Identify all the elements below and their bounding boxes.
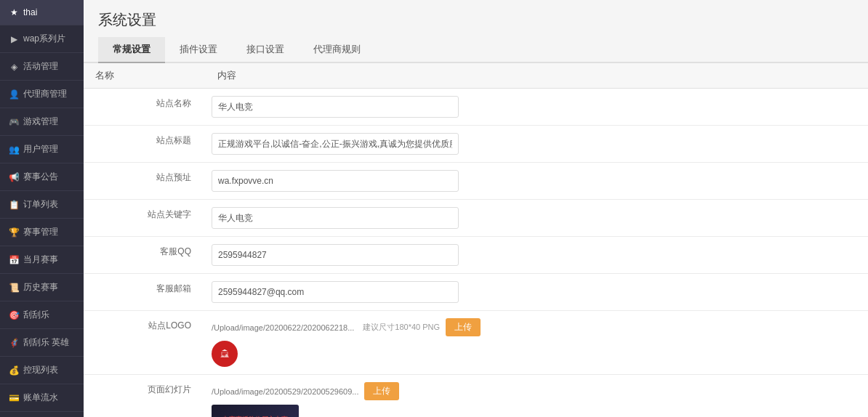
sidebar-item-news[interactable]: 📢赛事公告 bbox=[0, 163, 84, 191]
file-row-banner: /Upload/image/20200529/20200529609... 上传 bbox=[212, 382, 856, 400]
sidebar-label-billiards: 刮刮乐 bbox=[23, 309, 49, 321]
sidebar-item-activity-mgmt[interactable]: ◈活动管理 bbox=[0, 53, 84, 81]
settings-table: 名称 内容 站点名称 站点标题 站点预址 站点关键字 客服QQ 客服邮箱 bbox=[84, 63, 868, 417]
logo-svg bbox=[216, 345, 233, 363]
sidebar-icon-history-event: 📜 bbox=[9, 283, 19, 293]
sidebar-icon-game-mgmt: 🎮 bbox=[9, 117, 19, 127]
input-service-qq[interactable] bbox=[212, 244, 459, 266]
input-cell-site-url bbox=[206, 163, 868, 200]
input-cell-service-qq bbox=[206, 237, 868, 274]
sidebar-item-wap-movie[interactable]: ▶wap系列片 bbox=[0, 25, 84, 53]
input-cell-site-name bbox=[206, 89, 868, 126]
input-cell-service-email bbox=[206, 274, 868, 311]
sidebar-item-recharge[interactable]: 💵充值流水 bbox=[0, 412, 84, 417]
label-site-url: 站点预址 bbox=[84, 163, 206, 200]
main-content: 系统设置 常规设置插件设置接口设置代理商规则 名称 内容 站点名称 站点标题 站… bbox=[84, 0, 868, 417]
sidebar-item-prize-list[interactable]: 💰控现列表 bbox=[0, 357, 84, 384]
sidebar-label-wap-movie: wap系列片 bbox=[23, 33, 65, 45]
sidebar-icon-activity-mgmt: ◈ bbox=[9, 62, 19, 72]
logo-upload-btn[interactable]: 上传 bbox=[446, 318, 481, 336]
sidebar-label-event-month: 当月赛事 bbox=[23, 254, 58, 266]
sidebar-label-activity-mgmt: 活动管理 bbox=[23, 60, 58, 73]
input-site-url[interactable] bbox=[212, 170, 459, 192]
sidebar-item-event-mgmt[interactable]: 🏆赛事管理 bbox=[0, 219, 84, 246]
label-service-email: 客服邮箱 bbox=[84, 274, 206, 311]
sidebar-label-thai: thai bbox=[23, 7, 37, 17]
sidebar-icon-event-month: 📅 bbox=[9, 255, 19, 265]
sidebar-icon-prize-list: 💰 bbox=[9, 365, 19, 376]
label-service-qq: 客服QQ bbox=[84, 237, 206, 274]
input-cell-site-desc bbox=[206, 126, 868, 163]
sidebar-label-withdraw: 账单流水 bbox=[23, 392, 58, 404]
sidebar-icon-billiards: 🎯 bbox=[9, 310, 19, 320]
sidebar-item-game-mgmt[interactable]: 🎮游戏管理 bbox=[0, 108, 84, 136]
banner-upload-btn[interactable]: 上传 bbox=[364, 382, 399, 400]
page-title: 系统设置 bbox=[84, 0, 868, 37]
input-service-email[interactable] bbox=[212, 281, 459, 303]
row-site-logo: 站点LOGO /Upload/image/20200622/2020062218… bbox=[84, 311, 868, 375]
label-site-keywords: 站点关键字 bbox=[84, 200, 206, 237]
col-header-content: 内容 bbox=[206, 63, 868, 89]
tab-payment[interactable]: 插件设置 bbox=[165, 37, 232, 63]
sidebar-label-game-mgmt: 游戏管理 bbox=[23, 116, 58, 128]
tab-normal[interactable]: 常规设置 bbox=[98, 37, 165, 63]
label-banner: 页面幻灯片 bbox=[84, 375, 206, 418]
banner-preview-text: 电商直播购物买入电商 bbox=[221, 413, 289, 418]
banner-preview: 电商直播购物买入电商 bbox=[212, 405, 299, 417]
label-site-name: 站点名称 bbox=[84, 89, 206, 126]
row-service-email: 客服邮箱 bbox=[84, 274, 868, 311]
sidebar: ★thai▶wap系列片◈活动管理👤代理商管理🎮游戏管理👥用户管理📢赛事公告📋订… bbox=[0, 0, 84, 417]
sidebar-icon-billiards-hero: 🦸 bbox=[9, 338, 19, 348]
sidebar-label-billiards-hero: 刮刮乐 英雄 bbox=[23, 336, 69, 349]
row-banner: 页面幻灯片 /Upload/image/20200529/20200529609… bbox=[84, 375, 868, 418]
row-site-desc: 站点标题 bbox=[84, 126, 868, 163]
sidebar-item-billiards[interactable]: 🎯刮刮乐 bbox=[0, 301, 84, 329]
sidebar-item-thai[interactable]: ★thai bbox=[0, 0, 84, 25]
row-site-url: 站点预址 bbox=[84, 163, 868, 200]
input-site-desc[interactable] bbox=[212, 133, 459, 155]
sidebar-item-order-list[interactable]: 📋订单列表 bbox=[0, 191, 84, 219]
input-cell-banner: /Upload/image/20200529/20200529609... 上传… bbox=[206, 375, 868, 418]
sidebar-label-event-mgmt: 赛事管理 bbox=[23, 226, 58, 238]
input-cell-site-keywords bbox=[206, 200, 868, 237]
tab-agent-rules[interactable]: 代理商规则 bbox=[299, 37, 375, 63]
sidebar-item-agent-mgmt[interactable]: 👤代理商管理 bbox=[0, 81, 84, 108]
row-site-keywords: 站点关键字 bbox=[84, 200, 868, 237]
banner-path: /Upload/image/20200529/20200529609... bbox=[212, 387, 358, 396]
sidebar-item-billiards-hero[interactable]: 🦸刮刮乐 英雄 bbox=[0, 329, 84, 357]
input-site-name[interactable] bbox=[212, 96, 459, 118]
sidebar-label-user-mgmt: 用户管理 bbox=[23, 143, 58, 155]
sidebar-icon-thai: ★ bbox=[9, 7, 19, 17]
tab-interface[interactable]: 接口设置 bbox=[232, 37, 299, 63]
logo-hint: 建议尺寸180*40 PNG bbox=[363, 322, 440, 333]
tab-bar: 常规设置插件设置接口设置代理商规则 bbox=[84, 37, 868, 63]
sidebar-label-news: 赛事公告 bbox=[23, 171, 58, 183]
sidebar-item-event-month[interactable]: 📅当月赛事 bbox=[0, 246, 84, 274]
sidebar-label-prize-list: 控现列表 bbox=[23, 364, 58, 376]
row-service-qq: 客服QQ bbox=[84, 237, 868, 274]
sidebar-icon-withdraw: 💳 bbox=[9, 393, 19, 403]
sidebar-icon-order-list: 📋 bbox=[9, 200, 19, 210]
file-row-logo: /Upload/image/20200622/2020062218... 建议尺… bbox=[212, 318, 856, 336]
logo-path: /Upload/image/20200622/2020062218... bbox=[212, 323, 354, 332]
sidebar-icon-event-mgmt: 🏆 bbox=[9, 227, 19, 238]
sidebar-icon-agent-mgmt: 👤 bbox=[9, 89, 19, 100]
sidebar-icon-user-mgmt: 👥 bbox=[9, 145, 19, 155]
content-area: 名称 内容 站点名称 站点标题 站点预址 站点关键字 客服QQ 客服邮箱 bbox=[84, 63, 868, 417]
sidebar-item-user-mgmt[interactable]: 👥用户管理 bbox=[0, 136, 84, 163]
sidebar-label-agent-mgmt: 代理商管理 bbox=[23, 88, 67, 100]
input-cell-site-logo: /Upload/image/20200622/2020062218... 建议尺… bbox=[206, 311, 868, 375]
logo-preview bbox=[212, 341, 238, 367]
row-site-name: 站点名称 bbox=[84, 89, 868, 126]
sidebar-item-withdraw[interactable]: 💳账单流水 bbox=[0, 384, 84, 412]
input-site-keywords[interactable] bbox=[212, 207, 459, 229]
sidebar-icon-wap-movie: ▶ bbox=[9, 34, 19, 44]
label-site-desc: 站点标题 bbox=[84, 126, 206, 163]
sidebar-label-history-event: 历史赛事 bbox=[23, 281, 58, 293]
sidebar-label-order-list: 订单列表 bbox=[23, 198, 58, 211]
col-header-name: 名称 bbox=[84, 63, 206, 89]
sidebar-icon-news: 📢 bbox=[9, 172, 19, 182]
label-site-logo: 站点LOGO bbox=[84, 311, 206, 375]
sidebar-item-history-event[interactable]: 📜历史赛事 bbox=[0, 274, 84, 301]
